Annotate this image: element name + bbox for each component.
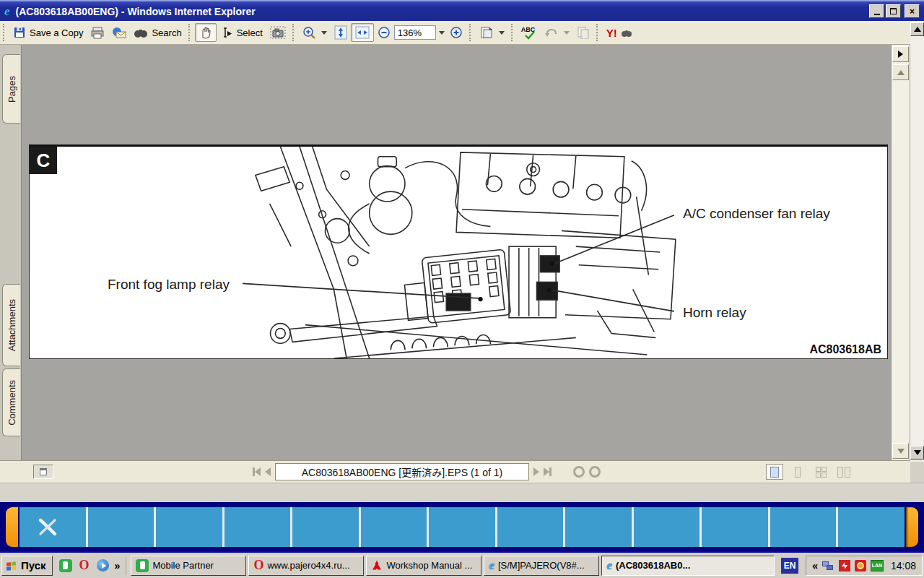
document-page-field[interactable]: AC803618AB00ENG [更新済み].EPS (1 of 1) xyxy=(275,463,529,480)
appbar-button[interactable] xyxy=(156,507,225,547)
zoom-dropdown[interactable] xyxy=(436,23,446,42)
lan-tray-icon[interactable]: LAN xyxy=(871,560,884,571)
copy-button[interactable] xyxy=(573,23,593,42)
minimize-button[interactable] xyxy=(869,4,884,18)
single-page-layout-button[interactable] xyxy=(766,464,783,480)
appbar-left-cap xyxy=(6,507,18,547)
tray-overflow-chevron[interactable]: « xyxy=(812,560,818,571)
close-button[interactable]: × xyxy=(905,4,920,18)
minimize-icon xyxy=(874,14,880,15)
facing-icon xyxy=(837,467,850,478)
previous-page-button[interactable] xyxy=(265,467,271,476)
toolbar-grip xyxy=(188,24,191,41)
panel-toggle-button[interactable] xyxy=(33,465,53,479)
hand-icon xyxy=(199,26,212,39)
zoom-in-button[interactable] xyxy=(446,23,466,42)
appbar-button[interactable] xyxy=(292,507,361,547)
media-player-quicklaunch[interactable] xyxy=(96,558,110,573)
reader-statusbar: AC803618AB00ENG [更新済み].EPS (1 of 1) xyxy=(0,460,910,483)
snapshot-tool-button[interactable] xyxy=(266,23,289,42)
fit-height-button[interactable] xyxy=(331,23,351,42)
facing-layout-button[interactable] xyxy=(835,464,853,480)
chevron-right-icon xyxy=(898,51,903,58)
spellcheck-button[interactable]: ABC xyxy=(518,23,541,42)
previous-view-button[interactable] xyxy=(573,466,585,478)
continuous-facing-layout-button[interactable] xyxy=(812,464,829,480)
yahoo-search-button[interactable]: Y! xyxy=(603,23,636,42)
appbar-button[interactable] xyxy=(838,507,905,547)
panel-icon xyxy=(40,468,47,475)
first-page-button[interactable] xyxy=(253,467,261,476)
browser-scrollbar[interactable] xyxy=(910,21,924,462)
network-tray-icon[interactable] xyxy=(822,559,834,571)
zoom-level-field[interactable]: 136% xyxy=(394,25,436,40)
print-button[interactable] xyxy=(87,23,108,42)
page-options-icon xyxy=(479,25,494,40)
taskbar-item-pajero4x4[interactable]: O www.pajero4x4.ru... xyxy=(248,556,364,576)
guard-tray-icon[interactable] xyxy=(855,560,866,571)
ie-logo-icon: e xyxy=(4,5,10,17)
printer-icon xyxy=(90,26,105,39)
screen: e (AC803618AB00ENG) - Windows Internet E… xyxy=(0,0,924,578)
undo-button[interactable] xyxy=(541,23,573,42)
next-page-button[interactable] xyxy=(533,467,539,476)
email-button[interactable] xyxy=(108,23,130,42)
taskbar-item-label: Workshop Manual ... xyxy=(386,560,472,571)
taskbar-item-workshop-manual[interactable]: Workshop Manual ... xyxy=(366,556,481,576)
appbar-button[interactable] xyxy=(634,507,702,547)
zoom-in-icon xyxy=(302,26,316,39)
arrow-up-icon xyxy=(897,70,905,75)
appbar-button[interactable] xyxy=(429,507,497,547)
maximize-button[interactable] xyxy=(886,4,901,18)
tab-pages[interactable]: Pages xyxy=(2,54,20,124)
save-a-copy-label: Save a Copy xyxy=(30,27,83,38)
mobile-partner-quicklaunch[interactable] xyxy=(58,558,73,573)
tab-attachments[interactable]: Attachments xyxy=(2,284,20,366)
appbar-button[interactable] xyxy=(702,507,770,547)
hand-tool-button[interactable] xyxy=(195,23,217,42)
select-tool-button[interactable]: Select xyxy=(217,23,266,42)
language-indicator[interactable]: EN xyxy=(781,558,798,574)
next-view-button[interactable] xyxy=(589,466,601,478)
reader-scroll-up-button[interactable] xyxy=(892,64,909,80)
ie-icon: e xyxy=(489,559,494,571)
appbar-button[interactable] xyxy=(225,507,293,547)
start-button[interactable]: Пуск xyxy=(1,556,53,576)
last-page-button[interactable] xyxy=(544,467,552,476)
reader-scrollbar[interactable] xyxy=(891,45,910,460)
windows-logo-icon xyxy=(5,560,18,571)
taskbar-item-ac803618-active[interactable]: e (AC803618AB0... xyxy=(601,556,775,576)
browser-scroll-down-button[interactable] xyxy=(910,446,924,460)
appbar-button[interactable] xyxy=(88,507,157,547)
arrow-down-icon xyxy=(914,450,921,455)
sync-tray-icon[interactable] xyxy=(839,560,850,571)
previous-page-icon xyxy=(265,467,271,476)
next-page-icon xyxy=(533,467,539,476)
zoom-out-button[interactable] xyxy=(374,23,394,42)
tab-comments[interactable]: Comments xyxy=(2,368,20,436)
search-button[interactable]: Search xyxy=(130,23,185,42)
browser-scroll-up-button[interactable] xyxy=(910,22,924,36)
zoom-in-tool-button[interactable] xyxy=(299,23,331,42)
select-label: Select xyxy=(237,27,263,38)
appbar-button[interactable] xyxy=(565,507,634,547)
appbar-button[interactable] xyxy=(497,507,566,547)
label-ac-condenser-fan-relay: A/C condenser fan relay xyxy=(683,206,830,222)
copy-icon xyxy=(577,26,590,39)
quick-launch-overflow[interactable]: » xyxy=(115,560,121,571)
opera-quicklaunch[interactable]: O xyxy=(77,558,92,573)
appbar-close-button[interactable] xyxy=(19,507,88,547)
page-display-options-button[interactable] xyxy=(476,23,508,42)
appbar-button[interactable] xyxy=(770,507,839,547)
navigation-tabstrip: Pages Attachments Comments xyxy=(0,45,22,460)
opera-icon: O xyxy=(79,558,90,573)
taskbar-item-mobile-partner[interactable]: Mobile Partner xyxy=(131,556,246,576)
fit-width-button[interactable] xyxy=(351,23,374,42)
continuous-layout-button[interactable] xyxy=(789,464,806,480)
taskbar-item-sm-pajero[interactable]: e [S/M]PAJERO(V8#... xyxy=(484,556,599,576)
reader-scroll-down-button[interactable] xyxy=(892,443,909,459)
binoculars-icon xyxy=(134,27,148,38)
save-a-copy-button[interactable]: Save a Copy xyxy=(9,23,87,42)
appbar-button[interactable] xyxy=(361,507,430,547)
toolbar-overflow-button[interactable] xyxy=(892,46,909,62)
